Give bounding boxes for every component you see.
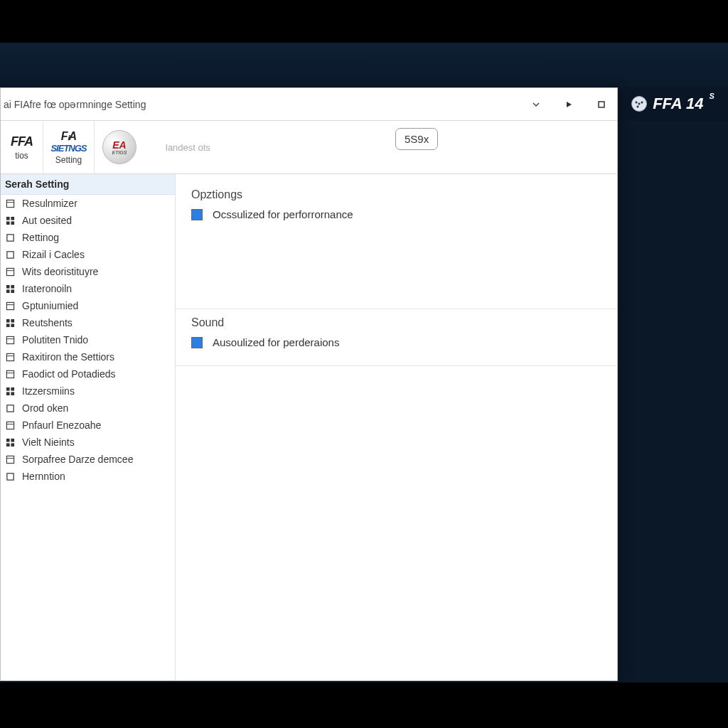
brand-panel: FFA 14 S xyxy=(618,87,728,120)
svg-rect-15 xyxy=(6,302,14,309)
sidebar-item-label: Faodict od Potadieds xyxy=(22,367,116,381)
svg-rect-23 xyxy=(6,353,14,360)
option-row[interactable]: Ausoulized for perderaions xyxy=(191,336,601,348)
svg-rect-34 xyxy=(6,438,9,441)
titlebar-dropdown-button[interactable] xyxy=(526,97,546,112)
checkbox-icon[interactable] xyxy=(191,337,203,348)
sidebar-item[interactable]: Irateronoiln xyxy=(1,280,175,297)
square-icon xyxy=(5,250,15,259)
header-right-area: landest ots xyxy=(144,142,617,153)
sidebar-item[interactable]: Faodict od Potadieds xyxy=(1,365,175,382)
brand-text: FFA 14 xyxy=(653,95,703,113)
header-tab-big: FFA xyxy=(11,134,33,149)
box-icon xyxy=(5,352,15,362)
sidebar-item[interactable]: Vielt Nieints xyxy=(1,434,175,451)
svg-rect-8 xyxy=(6,251,13,257)
svg-rect-12 xyxy=(11,284,14,288)
sidebar-item[interactable]: Sorpafree Darze demcee xyxy=(1,451,175,468)
grid-icon xyxy=(5,215,15,225)
sidebar-item[interactable]: Itzzersmiins xyxy=(1,382,175,400)
header-pill[interactable]: 5S9x xyxy=(395,128,438,150)
svg-rect-32 xyxy=(6,422,14,429)
checkbox-icon[interactable] xyxy=(191,209,203,220)
chevron-down-icon xyxy=(532,100,540,109)
svg-rect-11 xyxy=(6,284,9,288)
sidebar-item-label: Raxitiron the Settiors xyxy=(22,350,114,364)
header-tab-ea-logo[interactable]: EA ETIGS xyxy=(95,121,144,173)
header-pill-value: 5S9x xyxy=(405,133,429,145)
dark-gradient-band xyxy=(0,43,728,85)
svg-rect-0 xyxy=(599,102,604,107)
svg-rect-13 xyxy=(6,289,9,293)
svg-rect-27 xyxy=(6,387,9,390)
svg-rect-36 xyxy=(6,443,9,446)
sidebar-item[interactable]: Pnfaurl Enezoahe xyxy=(1,417,175,434)
svg-rect-38 xyxy=(6,456,14,463)
sidebar-item[interactable]: Wits deoristituyre xyxy=(1,263,175,280)
svg-rect-1 xyxy=(6,200,14,207)
sidebar-list: ResulnmizerAut oesitedRettinogRizail i C… xyxy=(1,195,175,485)
sidebar-item[interactable]: Resulnmizer xyxy=(1,195,175,212)
header-tabs: FFA tios FᵢA SIETNGS Setting EA ETIGS la… xyxy=(1,121,617,174)
sidebar-item[interactable]: Gptuniumied xyxy=(1,297,175,314)
grid-icon xyxy=(5,284,15,294)
main-panel: Opztiongs Ocssulized for perforrornance … xyxy=(176,174,617,680)
titlebar-play-button[interactable] xyxy=(559,97,579,112)
window-title: ai FIAfre fœ opərmninge Setting xyxy=(4,99,513,110)
svg-rect-40 xyxy=(6,473,13,479)
ea-logo-icon: EA ETIGS xyxy=(102,130,136,164)
box-icon xyxy=(5,454,15,464)
sidebar-item[interactable]: Rettinog xyxy=(1,229,175,246)
box-icon xyxy=(5,335,15,345)
sidebar-item-label: Vielt Nieints xyxy=(22,435,75,449)
svg-rect-28 xyxy=(11,387,14,390)
svg-rect-31 xyxy=(6,405,13,411)
sidebar-item-label: Sorpafree Darze demcee xyxy=(22,452,133,466)
svg-rect-7 xyxy=(6,234,13,240)
option-row[interactable]: Ocssulized for perforrornance xyxy=(191,208,601,220)
backdrop: FFA 14 S ai FIAfre fœ opərmninge Setting… xyxy=(0,43,728,682)
settings-window: ai FIAfre fœ opərmninge Setting FFA tios… xyxy=(0,87,618,681)
sidebar-item-label: Resulnmizer xyxy=(22,196,77,210)
sidebar-item[interactable]: Hernntion xyxy=(1,468,175,485)
svg-rect-18 xyxy=(11,318,14,322)
option-label: Ocssulized for perforrornance xyxy=(213,208,353,220)
ea-logo-text: EA xyxy=(112,140,127,150)
box-icon xyxy=(5,369,15,379)
svg-rect-14 xyxy=(11,289,14,293)
section-options: Opztiongs Ocssulized for perforrornance xyxy=(176,181,617,309)
sidebar-item[interactable]: Polutiten Tnido xyxy=(1,331,175,348)
svg-rect-19 xyxy=(6,323,9,327)
svg-rect-21 xyxy=(6,336,14,343)
svg-rect-20 xyxy=(11,323,14,327)
body-row: Serah Setting ResulnmizerAut oesitedRett… xyxy=(1,174,617,680)
titlebar-maximize-button[interactable] xyxy=(592,97,611,112)
svg-rect-6 xyxy=(11,221,14,225)
sidebar-item[interactable]: Orod oken xyxy=(1,400,175,417)
grid-icon xyxy=(5,386,15,396)
sidebar-item[interactable]: Aut oesited xyxy=(1,212,175,229)
header-tab-big: FᵢA xyxy=(61,129,76,143)
header-tab-0[interactable]: FFA tios xyxy=(1,121,43,173)
sidebar-item-label: Orod oken xyxy=(22,401,68,415)
sidebar-item[interactable]: Reutshents xyxy=(1,314,175,331)
square-icon xyxy=(5,471,15,481)
sidebar-item-label: Reutshents xyxy=(22,316,73,330)
header-tab-1[interactable]: FᵢA SIETNGS Setting xyxy=(43,121,95,173)
sidebar-header[interactable]: Serah Setting xyxy=(1,174,175,195)
sidebar-item[interactable]: Rizail i Cacles xyxy=(1,246,175,263)
svg-rect-30 xyxy=(11,392,14,395)
soccer-ball-icon xyxy=(631,96,647,112)
box-icon xyxy=(5,198,15,208)
svg-rect-17 xyxy=(6,318,9,322)
sidebar-item[interactable]: Raxitiron the Settiors xyxy=(1,348,175,365)
grid-icon xyxy=(5,318,15,328)
brand-badge: S xyxy=(709,92,714,100)
square-icon xyxy=(5,232,15,242)
svg-rect-4 xyxy=(11,216,14,220)
option-label: Ausoulized for perderaions xyxy=(213,336,339,348)
svg-rect-9 xyxy=(6,268,14,275)
box-icon xyxy=(5,301,15,311)
box-icon xyxy=(5,267,15,277)
play-icon xyxy=(564,100,573,109)
